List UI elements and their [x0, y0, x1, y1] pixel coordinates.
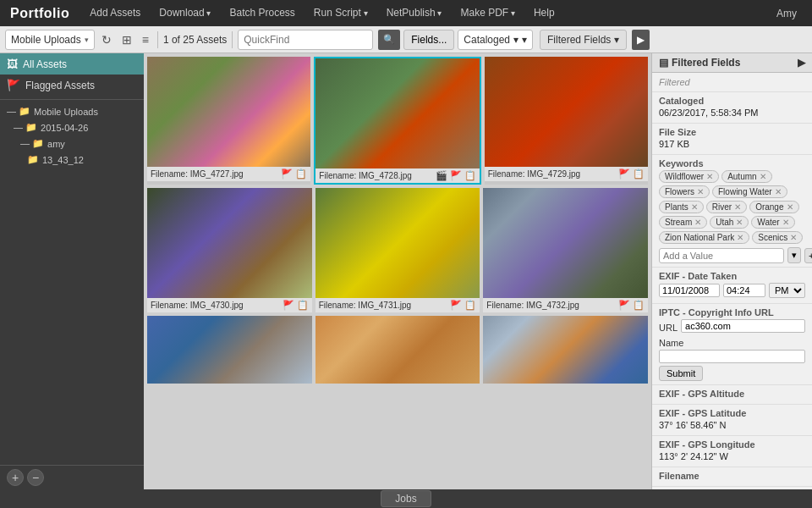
cataloged-label: Cataloged: [659, 96, 805, 106]
filename-1-2: Filename: IMG_4732.jpg: [486, 301, 579, 310]
remove-river[interactable]: ✕: [734, 202, 741, 212]
tree-item-mobile-uploads[interactable]: — 📁 Mobile Uploads: [0, 103, 144, 119]
grid-area: Filename: IMG_4727.jpg 🚩 📋 Filename: IMG…: [144, 53, 651, 489]
keyword-orange: Orange ✕: [749, 201, 798, 213]
search-box: [238, 30, 373, 50]
flag-icon-0-2[interactable]: 🚩: [618, 168, 630, 179]
tree-item-amy[interactable]: — 📁 amy: [0, 135, 144, 152]
grid-cell-1-1[interactable]: Filename: IMG_4731.jpg 🚩 📋: [315, 188, 480, 312]
grid-cell-2-2[interactable]: [483, 316, 648, 384]
remove-flowers[interactable]: ✕: [697, 187, 704, 196]
remove-scenics[interactable]: ✕: [790, 233, 797, 242]
filtered-indicator: Filtered: [652, 73, 812, 92]
nav-download[interactable]: Download: [151, 0, 219, 26]
submit-button[interactable]: Submit: [659, 366, 703, 381]
grid-view-button[interactable]: ⊞: [118, 31, 135, 48]
filesize-label: File Size: [659, 127, 805, 137]
grid-cell-0-0[interactable]: Filename: IMG_4727.jpg 🚩 📋: [147, 57, 310, 185]
remove-flowing-water[interactable]: ✕: [775, 187, 782, 196]
search-input[interactable]: [244, 34, 345, 46]
grid-cell-2-0[interactable]: [147, 316, 312, 384]
jobs-button[interactable]: Jobs: [381, 490, 431, 507]
filename-1-1: Filename: IMG_4731.jpg: [319, 301, 412, 310]
grid-cell-1-0[interactable]: Filename: IMG_4730.jpg 🚩 📋: [147, 188, 312, 312]
nav-user[interactable]: Amy: [768, 8, 805, 19]
section-filename: Filename: [652, 467, 812, 487]
section-exif-date: EXIF - Date Taken PMAM: [652, 268, 812, 304]
catalog-view-dropdown[interactable]: Cataloged ▾ ▾: [458, 30, 533, 50]
nav-add-assets[interactable]: Add Assets: [81, 0, 149, 26]
refresh-button[interactable]: ↻: [98, 31, 115, 48]
grid-cell-0-1[interactable]: Filename: IMG_4728.jpg 🎬 🚩 📋: [314, 57, 480, 185]
flag-icon-0-0[interactable]: 🚩: [281, 168, 293, 179]
tree-label-amy: amy: [47, 139, 65, 149]
nav-run-script[interactable]: Run Script: [305, 0, 376, 26]
info-icon-0-1[interactable]: 📋: [464, 170, 476, 181]
main-layout: 🖼 All Assets 🚩 Flagged Assets — 📁 Mobile…: [0, 53, 812, 489]
expand-panel-button[interactable]: ▶: [632, 30, 650, 50]
add-keyword-confirm-btn[interactable]: +: [804, 248, 812, 263]
remove-zion[interactable]: ✕: [737, 233, 743, 242]
nav-batch-process[interactable]: Batch Process: [221, 0, 303, 26]
remove-orange[interactable]: ✕: [787, 202, 793, 212]
cell-icons-1-1: 🚩 📋: [450, 300, 476, 311]
filename-bar-0-0: Filename: IMG_4727.jpg 🚩 📋: [147, 167, 310, 181]
toolbar-separator-1: [157, 31, 158, 48]
cell-icons-1-0: 🚩 📋: [283, 300, 309, 311]
flag-icon-1-2[interactable]: 🚩: [618, 300, 630, 311]
remove-folder-button[interactable]: −: [27, 469, 44, 486]
name-label: Name: [659, 338, 805, 348]
remove-stream[interactable]: ✕: [694, 218, 701, 227]
grid-cell-1-2[interactable]: Filename: IMG_4732.jpg 🚩 📋: [483, 188, 648, 312]
video-icon-0-1[interactable]: 🎬: [436, 170, 447, 181]
info-icon-1-2[interactable]: 📋: [633, 300, 645, 311]
photo-1-2: [483, 188, 648, 298]
flag-icon-1-0[interactable]: 🚩: [283, 300, 294, 311]
status-bar: Jobs: [0, 489, 812, 508]
keyword-flowers: Flowers ✕: [659, 185, 710, 198]
add-folder-button[interactable]: +: [7, 469, 24, 486]
flag-icon-0-1[interactable]: 🚩: [450, 170, 462, 181]
filtered-fields-button[interactable]: Filtered Fields ▾: [540, 30, 627, 50]
grid-cell-0-2[interactable]: Filename: IMG_4729.jpg 🚩 📋: [485, 57, 648, 185]
exif-date-label: EXIF - Date Taken: [659, 271, 805, 281]
sidebar-item-all-assets[interactable]: 🖼 All Assets: [0, 53, 144, 75]
sidebar-item-all-assets-label: All Assets: [23, 58, 67, 70]
nav-help[interactable]: Help: [525, 0, 563, 26]
iptc-label: IPTC - Copyright Info URL: [659, 307, 805, 318]
nav-make-pdf[interactable]: Make PDF: [452, 0, 523, 26]
sidebar-item-flagged-assets[interactable]: 🚩 Flagged Assets: [0, 75, 144, 96]
remove-autumn[interactable]: ✕: [760, 172, 766, 181]
url-input[interactable]: [681, 319, 805, 333]
nav-netpublish[interactable]: NetPublish: [378, 0, 451, 26]
cell-icons-0-0: 🚩 📋: [281, 168, 307, 179]
remove-water[interactable]: ✕: [782, 218, 789, 227]
gps-latitude-label: EXIF - GPS Latitude: [659, 408, 805, 418]
fields-button[interactable]: Fields...: [403, 30, 454, 50]
remove-utah[interactable]: ✕: [736, 218, 743, 227]
add-keyword-row: ▾ +: [659, 247, 805, 263]
remove-wildflower[interactable]: ✕: [706, 172, 713, 181]
info-icon-1-0[interactable]: 📋: [297, 300, 309, 311]
add-keyword-btn[interactable]: ▾: [787, 247, 801, 263]
catalog-dropdown[interactable]: Mobile Uploads ▾: [5, 30, 95, 50]
cell-icons-0-2: 🚩 📋: [618, 168, 645, 179]
right-panel-arrow[interactable]: ▶: [798, 57, 805, 69]
grid-cell-2-1[interactable]: [315, 316, 480, 384]
info-icon-0-0[interactable]: 📋: [295, 168, 307, 179]
tree-item-2015-04-26[interactable]: — 📁 2015-04-26: [0, 119, 144, 135]
flag-icon-1-1[interactable]: 🚩: [450, 300, 462, 311]
name-input[interactable]: [659, 350, 805, 363]
info-icon-0-2[interactable]: 📋: [633, 168, 645, 179]
exif-ampm-select[interactable]: PMAM: [769, 283, 805, 298]
tree-item-13-43-12[interactable]: 📁 13_43_12: [0, 152, 144, 168]
filename-0-0: Filename: IMG_4727.jpg: [151, 169, 244, 179]
info-icon-1-1[interactable]: 📋: [464, 300, 476, 311]
add-keyword-input[interactable]: [659, 248, 784, 263]
right-panel-header: ▤ Filtered Fields ▶: [652, 53, 812, 73]
exif-date-input[interactable]: [659, 284, 720, 297]
search-button[interactable]: 🔍: [378, 30, 400, 50]
remove-plants[interactable]: ✕: [691, 202, 698, 212]
list-view-button[interactable]: ≡: [139, 31, 152, 48]
exif-time-input[interactable]: [723, 284, 765, 297]
